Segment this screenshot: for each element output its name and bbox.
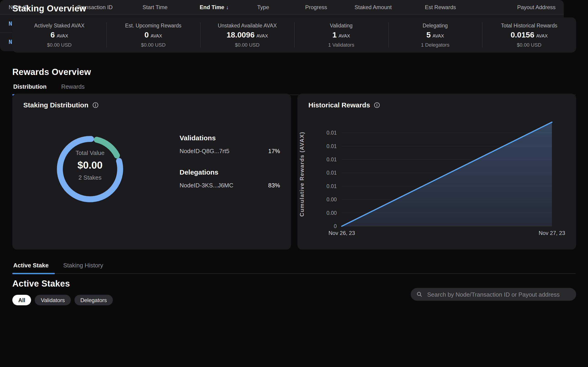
- stat-label: Unstaked Available AVAX: [218, 23, 277, 28]
- legend-node-id: NodeID-3KS...J6MC: [180, 182, 233, 189]
- stat-sub: 1 Validators: [328, 42, 354, 47]
- legend-item: NodeID-3KS...J6MC 83%: [180, 182, 280, 189]
- filter-pill-validators[interactable]: Validators: [35, 295, 71, 305]
- stake-filter-pills: AllValidatorsDelegators: [12, 295, 113, 305]
- stat-card-total-historical-rewards: Total Historical Rewards 0.0156AVAX $0.0…: [482, 17, 576, 53]
- sort-desc-icon: ↓: [226, 4, 229, 10]
- distribution-legend: Validations NodeID-Q8G...7rt5 17% Delega…: [180, 134, 280, 202]
- tab-staking-history[interactable]: Staking History: [62, 260, 104, 273]
- column-header-type: Type: [257, 4, 305, 10]
- column-header-transaction-id: Transaction ID: [77, 4, 143, 10]
- stat-card-actively-staked-avax: Actively Staked AVAX 6AVAX $0.00 USD: [12, 17, 106, 53]
- legend-section-delegations: Delegations NodeID-3KS...J6MC 83%: [180, 168, 280, 189]
- filter-pill-delegators[interactable]: Delegators: [74, 295, 113, 305]
- stat-sub: $0.00 USD: [235, 42, 260, 47]
- staking-overview-stats-card: Actively Staked AVAX 6AVAX $0.00 USD Est…: [12, 17, 576, 53]
- stat-label: Delegating: [423, 23, 448, 28]
- legend-heading: Validations: [180, 134, 280, 142]
- stat-value: 6AVAX: [50, 30, 68, 40]
- svg-text:0.01: 0.01: [327, 143, 337, 149]
- legend-item: NodeID-Q8G...7rt5 17%: [180, 148, 280, 154]
- column-header-payout-address: Payout Address: [507, 4, 555, 10]
- svg-text:Nov 26, 23: Nov 26, 23: [328, 230, 355, 236]
- stakes-search-box: [411, 288, 576, 301]
- stat-label: Est. Upcoming Rewards: [125, 23, 182, 28]
- legend-heading: Delegations: [180, 168, 280, 176]
- staking-distribution-card: Staking Distribution Total Value $0.00 2…: [12, 94, 291, 250]
- stat-card-unstaked-available-avax: Unstaked Available AVAX 18.0096AVAX $0.0…: [200, 17, 294, 53]
- tab-distribution[interactable]: Distribution: [12, 81, 48, 95]
- rewards-overview-title: Rewards Overview: [12, 67, 91, 77]
- column-header-progress: Progress: [305, 4, 355, 10]
- stake-tabs: Active StakeStaking History: [12, 260, 576, 274]
- donut-center-label: Total Value: [49, 150, 131, 156]
- search-icon: [416, 291, 423, 298]
- stat-value: 1AVAX: [332, 30, 350, 40]
- legend-node-id: NodeID-Q8G...7rt5: [180, 148, 229, 154]
- active-stakes-title: Active Stakes: [12, 279, 70, 289]
- svg-text:0.01: 0.01: [327, 130, 337, 136]
- tab-rewards[interactable]: Rewards: [60, 81, 86, 95]
- stat-sub: $0.00 USD: [517, 42, 542, 47]
- svg-text:Nov 27, 23: Nov 27, 23: [539, 230, 565, 236]
- svg-text:0.01: 0.01: [327, 157, 337, 162]
- stat-sub: 1 Delegators: [421, 42, 449, 47]
- stat-card-validating: Validating 1AVAX 1 Validators: [294, 17, 388, 53]
- column-header-end-time[interactable]: End Time↓: [200, 4, 257, 10]
- filter-pill-all[interactable]: All: [12, 295, 31, 305]
- historical-rewards-card: Historical Rewards 00.000.000.010.010.01…: [297, 94, 576, 250]
- cumulative-rewards-chart: 00.000.000.010.010.010.010.01Cumulative …: [297, 94, 576, 250]
- svg-text:0.01: 0.01: [327, 170, 337, 176]
- stat-card-delegating: Delegating 5AVAX 1 Delegators: [388, 17, 482, 53]
- stat-value: 0.0156AVAX: [511, 30, 547, 40]
- stat-label: Validating: [330, 23, 352, 28]
- search-input[interactable]: [426, 291, 571, 298]
- rewards-overview-tabs: DistributionRewards: [12, 81, 576, 95]
- donut-center-value: $0.00: [49, 159, 131, 171]
- stat-label: Total Historical Rewards: [501, 23, 557, 28]
- stat-label: Actively Staked AVAX: [34, 23, 84, 28]
- donut-center-sub: 2 Stakes: [49, 174, 131, 181]
- stat-card-est-upcoming-rewards: Est. Upcoming Rewards 0AVAX $0.00 USD: [106, 17, 200, 53]
- staking-dashboard: Staking Overview Actively Staked AVAX 6A…: [0, 0, 588, 367]
- svg-text:0: 0: [334, 223, 337, 229]
- svg-text:0.01: 0.01: [327, 183, 337, 189]
- stat-sub: $0.00 USD: [47, 42, 72, 47]
- svg-text:0.00: 0.00: [327, 210, 337, 216]
- legend-percent: 83%: [268, 182, 280, 189]
- stat-value: 18.0096AVAX: [227, 30, 268, 40]
- svg-text:0.00: 0.00: [327, 197, 337, 202]
- page-title: Staking Overview: [12, 4, 86, 14]
- column-header-start-time: Start Time: [143, 4, 200, 10]
- tab-active-stake[interactable]: Active Stake: [12, 260, 49, 273]
- legend-section-validations: Validations NodeID-Q8G...7rt5 17%: [180, 134, 280, 154]
- column-header-staked-amount: Staked Amount: [355, 4, 425, 10]
- legend-percent: 17%: [268, 148, 280, 154]
- stat-sub: $0.00 USD: [141, 42, 166, 47]
- donut-center-text: Total Value $0.00 2 Stakes: [49, 150, 131, 181]
- column-header-est-rewards: Est Rewards: [425, 4, 507, 10]
- stat-value: 0AVAX: [144, 30, 162, 40]
- svg-text:Cumulative Rewards (AVAX): Cumulative Rewards (AVAX): [299, 132, 305, 217]
- stat-value: 5AVAX: [426, 30, 444, 40]
